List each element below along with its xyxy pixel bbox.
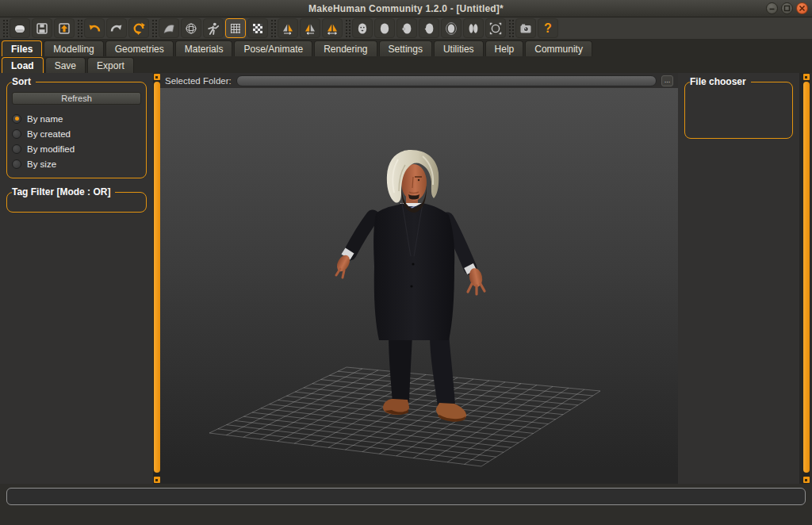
radio-icon bbox=[12, 114, 21, 124]
left-scrollbar[interactable] bbox=[153, 73, 160, 484]
tab-community[interactable]: Community bbox=[525, 40, 592, 56]
sort-groupbox: Sort Refresh By name By created By modif… bbox=[6, 76, 147, 178]
main-tab-bar: Files Modelling Geometries Materials Pos… bbox=[0, 40, 812, 56]
wireframe-icon[interactable] bbox=[181, 18, 201, 38]
subtab-save[interactable]: Save bbox=[45, 57, 86, 73]
subtab-load[interactable]: Load bbox=[2, 57, 44, 73]
radio-icon bbox=[12, 144, 21, 154]
undo-icon[interactable] bbox=[84, 18, 105, 38]
redo-icon[interactable] bbox=[106, 18, 127, 38]
radio-icon bbox=[12, 129, 21, 139]
tag-filter-empty bbox=[12, 201, 141, 205]
tab-files[interactable]: Files bbox=[2, 40, 42, 56]
face-icon[interactable] bbox=[352, 18, 373, 38]
skeleton-icon[interactable] bbox=[203, 18, 224, 38]
smooth-icon[interactable] bbox=[159, 18, 179, 38]
symmetry-right-icon[interactable] bbox=[278, 18, 298, 38]
scroll-up-button[interactable] bbox=[154, 74, 160, 80]
tab-modelling[interactable]: Modelling bbox=[44, 40, 103, 56]
close-icon bbox=[799, 5, 806, 12]
tab-help[interactable]: Help bbox=[485, 40, 524, 56]
close-button[interactable] bbox=[796, 2, 808, 14]
tab-utilities[interactable]: Utilities bbox=[434, 40, 484, 56]
radio-icon bbox=[12, 159, 21, 169]
tab-pose-animate[interactable]: Pose/Animate bbox=[234, 40, 312, 56]
reload-icon[interactable] bbox=[128, 18, 149, 38]
sort-option-by-name[interactable]: By name bbox=[12, 111, 141, 126]
help-icon[interactable]: ? bbox=[538, 18, 558, 38]
bottom-bar bbox=[0, 484, 812, 525]
tab-settings[interactable]: Settings bbox=[379, 40, 432, 56]
tab-rendering[interactable]: Rendering bbox=[314, 40, 377, 56]
window-title: MakeHuman Community 1.2.0 - [Untitled]* bbox=[308, 3, 504, 14]
toolbar-separator bbox=[508, 18, 514, 39]
refresh-button[interactable]: Refresh bbox=[12, 92, 141, 105]
subtab-export[interactable]: Export bbox=[87, 57, 134, 73]
toolbar: ? bbox=[0, 17, 812, 40]
selected-folder-bar: Selected Folder: ... bbox=[160, 73, 678, 88]
maximize-icon bbox=[783, 5, 791, 12]
sort-option-by-size[interactable]: By size bbox=[12, 156, 141, 171]
tab-materials[interactable]: Materials bbox=[175, 40, 233, 56]
sort-option-by-created[interactable]: By created bbox=[12, 126, 141, 141]
selected-folder-input[interactable] bbox=[236, 75, 657, 86]
right-panel: File chooser bbox=[678, 73, 799, 484]
file-chooser-title: File chooser bbox=[690, 76, 751, 87]
head-three-quarter-icon[interactable] bbox=[396, 18, 417, 38]
toolbar-separator bbox=[151, 18, 157, 39]
camera-icon[interactable] bbox=[515, 18, 536, 38]
load-icon[interactable] bbox=[54, 18, 75, 38]
browse-folder-button[interactable]: ... bbox=[661, 75, 673, 86]
title-bar: MakeHuman Community 1.2.0 - [Untitled]* bbox=[0, 0, 812, 17]
file-chooser-empty bbox=[690, 90, 787, 132]
scroll-down-button[interactable] bbox=[803, 477, 810, 483]
save-icon[interactable] bbox=[32, 18, 52, 38]
grid-icon[interactable] bbox=[225, 18, 246, 38]
left-panel: Sort Refresh By name By created By modif… bbox=[0, 73, 153, 484]
content-area: Sort Refresh By name By created By modif… bbox=[0, 73, 812, 484]
main-view: Selected Folder: ... bbox=[160, 73, 678, 484]
background-icon[interactable] bbox=[247, 18, 268, 38]
sort-title: Sort bbox=[12, 76, 36, 87]
toolbar-separator bbox=[344, 18, 350, 39]
window-controls bbox=[766, 2, 808, 14]
tag-filter-groupbox: Tag Filter [Mode : OR] bbox=[6, 186, 147, 213]
right-scrollbar[interactable] bbox=[802, 73, 810, 484]
head-pair-icon[interactable] bbox=[463, 18, 484, 38]
head-glow-icon[interactable] bbox=[441, 18, 462, 38]
tag-filter-title: Tag Filter [Mode : OR] bbox=[12, 186, 115, 197]
toolbar-separator bbox=[76, 18, 82, 39]
symmetry-left-icon[interactable] bbox=[300, 18, 320, 38]
scrollbar-thumb[interactable] bbox=[803, 82, 810, 473]
selected-folder-label: Selected Folder: bbox=[165, 76, 232, 86]
status-input[interactable] bbox=[6, 488, 806, 505]
file-chooser-groupbox: File chooser bbox=[684, 76, 793, 139]
toolbar-separator bbox=[2, 18, 8, 39]
scroll-down-button[interactable] bbox=[154, 477, 160, 483]
toolbar-separator bbox=[270, 18, 276, 39]
head-icon[interactable] bbox=[374, 18, 395, 38]
symmetry-both-icon[interactable] bbox=[322, 18, 343, 38]
head-profile-icon[interactable] bbox=[419, 18, 439, 38]
scroll-up-button[interactable] bbox=[803, 74, 810, 80]
minimize-icon bbox=[768, 5, 776, 12]
focus-icon[interactable] bbox=[485, 18, 506, 38]
tab-geometries[interactable]: Geometries bbox=[105, 40, 174, 56]
scrollbar-thumb[interactable] bbox=[154, 82, 160, 473]
maximize-button[interactable] bbox=[781, 2, 793, 14]
viewport-3d[interactable] bbox=[160, 88, 678, 484]
minimize-button[interactable] bbox=[766, 2, 778, 14]
sub-tab-bar: Load Save Export bbox=[0, 56, 812, 73]
sort-option-by-modified[interactable]: By modified bbox=[12, 141, 141, 156]
new-icon[interactable] bbox=[10, 18, 30, 38]
